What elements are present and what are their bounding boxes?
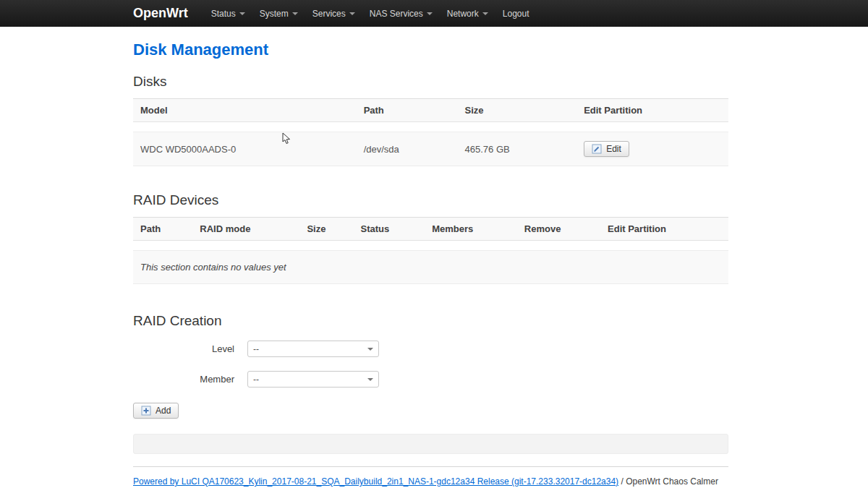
nav-item-nas-services[interactable]: NAS Services <box>362 0 440 27</box>
column-header-size: Size <box>299 218 353 241</box>
nav-item-label: System <box>260 9 289 19</box>
caret-down-icon <box>292 12 298 15</box>
column-header-path: Path <box>357 99 458 122</box>
nav-item-label: NAS Services <box>370 9 423 19</box>
column-header-edit-partition: Edit Partition <box>576 99 728 122</box>
level-select[interactable]: -- <box>247 341 379 357</box>
nav-item-network[interactable]: Network <box>440 0 495 27</box>
disks-table-header-row: Model Path Size Edit Partition <box>133 99 728 122</box>
nav-item-label: Network <box>447 9 479 19</box>
empty-state-text: This section contains no values yet <box>133 251 728 284</box>
nav-item-system[interactable]: System <box>252 0 305 27</box>
page-actions-bar <box>133 434 728 454</box>
nav-item-services[interactable]: Services <box>305 0 362 27</box>
column-header-members: Members <box>425 218 517 241</box>
form-row-member: Member -- <box>133 371 728 388</box>
disk-model-cell: WDC WD5000AADS-0 <box>133 132 357 166</box>
footer-luci-link[interactable]: Powered by LuCI QA170623_Kylin_2017-08-2… <box>133 476 618 487</box>
nav-item-logout[interactable]: Logout <box>495 0 537 27</box>
nav-item-label: Logout <box>503 9 529 19</box>
edit-button-label: Edit <box>606 144 621 154</box>
add-button-wrap: Add <box>133 403 728 419</box>
caret-down-icon <box>239 12 245 15</box>
member-select[interactable]: -- <box>247 371 379 388</box>
edit-partition-button[interactable]: Edit <box>584 141 629 157</box>
disk-size-cell: 465.76 GB <box>458 132 577 166</box>
disk-path-cell: /dev/sda <box>357 132 458 166</box>
top-navbar: OpenWrt Status System Services NAS Servi… <box>0 0 868 27</box>
nav-item-status[interactable]: Status <box>204 0 252 27</box>
column-header-model: Model <box>133 99 357 122</box>
add-button-label: Add <box>156 406 171 416</box>
main-content: Disk Management Disks Model Path Size Ed… <box>133 40 728 488</box>
member-select-value: -- <box>253 374 259 385</box>
nav-menu: Status System Services NAS Services Netw… <box>204 0 537 27</box>
table-row: WDC WD5000AADS-0 /dev/sda 465.76 GB Edit <box>133 132 728 166</box>
edit-icon <box>592 144 602 154</box>
mouse-cursor <box>282 132 292 147</box>
level-label: Level <box>133 343 247 354</box>
form-row-level: Level -- <box>133 341 728 357</box>
raid-devices-section-heading: RAID Devices <box>133 192 728 208</box>
level-select-value: -- <box>253 344 259 354</box>
table-spacer-row <box>133 241 728 251</box>
brand-openwrt[interactable]: OpenWrt <box>133 6 188 21</box>
caret-down-icon <box>349 12 355 15</box>
raid-creation-section-heading: RAID Creation <box>133 313 728 329</box>
footer: Powered by LuCI QA170623_Kylin_2017-08-2… <box>133 467 728 488</box>
page-title: Disk Management <box>133 40 728 59</box>
add-icon <box>141 406 151 416</box>
column-header-path: Path <box>133 218 192 241</box>
disks-section-heading: Disks <box>133 74 728 90</box>
caret-down-icon <box>427 12 433 15</box>
column-header-raid-mode: RAID mode <box>192 218 299 241</box>
column-header-status: Status <box>353 218 425 241</box>
add-raid-button[interactable]: Add <box>133 403 179 419</box>
nav-item-label: Status <box>211 9 236 19</box>
raid-table-header-row: Path RAID mode Size Status Members Remov… <box>133 218 728 241</box>
nav-item-label: Services <box>312 9 346 19</box>
column-header-remove: Remove <box>517 218 600 241</box>
column-header-size: Size <box>458 99 577 122</box>
disk-edit-cell: Edit <box>576 132 728 166</box>
raid-empty-row: This section contains no values yet <box>133 251 728 284</box>
table-spacer-row <box>133 122 728 132</box>
member-label: Member <box>133 374 247 385</box>
select-caret-icon <box>367 348 373 351</box>
disks-table: Model Path Size Edit Partition WDC WD500… <box>133 98 728 166</box>
caret-down-icon <box>482 12 488 15</box>
select-caret-icon <box>367 378 373 381</box>
column-header-edit-partition: Edit Partition <box>600 218 728 241</box>
raid-devices-table: Path RAID mode Size Status Members Remov… <box>133 217 728 284</box>
